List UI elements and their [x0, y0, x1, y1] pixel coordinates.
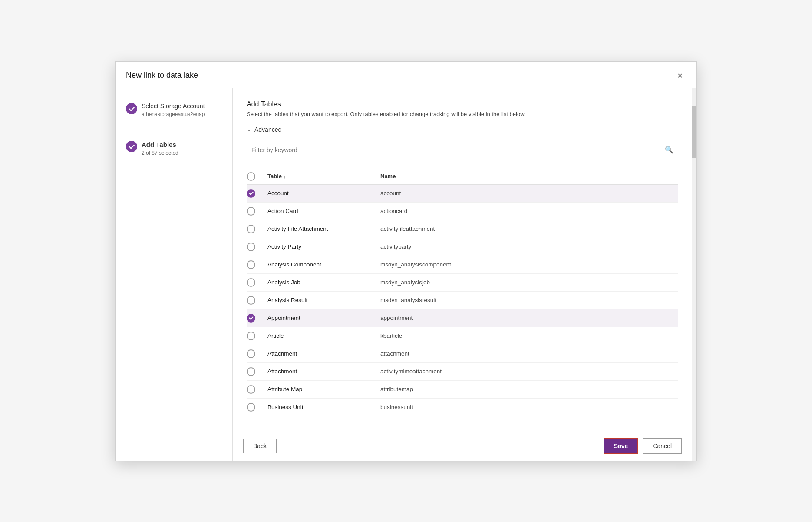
row-radio[interactable]	[247, 314, 255, 323]
row-radio[interactable]	[247, 207, 255, 216]
row-radio[interactable]	[247, 225, 255, 233]
table-header: Table ↑ Name	[247, 169, 678, 185]
dialog-title: New link to data lake	[126, 71, 198, 80]
table-row[interactable]: Action Card actioncard	[247, 203, 678, 220]
row-name: attributemap	[380, 386, 678, 392]
close-button[interactable]: ×	[674, 70, 686, 82]
advanced-label: Advanced	[254, 126, 281, 133]
row-table: Attachment	[267, 368, 380, 375]
tables-table: Table ↑ Name Account account Action Card…	[247, 169, 678, 416]
row-radio[interactable]	[247, 367, 255, 376]
row-table: Article	[267, 332, 380, 339]
dialog-scrollbar[interactable]	[692, 88, 696, 461]
filter-row: 🔍	[247, 142, 678, 158]
step2-sub: 2 of 87 selected	[142, 150, 222, 156]
col-checkbox[interactable]	[247, 172, 267, 181]
row-name: appointment	[380, 315, 678, 321]
row-name: activityparty	[380, 243, 678, 250]
table-row[interactable]: Article kbarticle	[247, 327, 678, 345]
row-table: Action Card	[267, 208, 380, 214]
row-radio[interactable]	[247, 189, 255, 198]
dialog-footer: Back Save Cancel	[233, 431, 692, 461]
stepper-sidebar: Select Storage Account athenastorageeast…	[116, 88, 233, 461]
row-radio[interactable]	[247, 403, 255, 412]
row-checkbox[interactable]	[247, 296, 267, 305]
table-rows-container: Account account Action Card actioncard A…	[247, 185, 678, 416]
new-link-dialog: New link to data lake × Select Storage A…	[115, 61, 697, 461]
row-radio[interactable]	[247, 278, 255, 287]
back-button[interactable]: Back	[243, 439, 277, 453]
row-name: activityfileattachment	[380, 226, 678, 232]
row-name: msdyn_analysisjob	[380, 279, 678, 286]
row-checkbox[interactable]	[247, 207, 267, 216]
step1-circle	[126, 103, 137, 114]
table-row[interactable]: Analysis Component msdyn_analysiscompone…	[247, 256, 678, 274]
table-row[interactable]: Analysis Result msdyn_analysisresult	[247, 292, 678, 309]
row-table: Attribute Map	[267, 386, 380, 392]
save-button[interactable]: Save	[604, 438, 639, 454]
search-icon: 🔍	[665, 146, 673, 154]
table-row[interactable]: Account account	[247, 185, 678, 203]
scrollbar-thumb[interactable]	[692, 106, 696, 158]
row-table: Activity Party	[267, 243, 380, 250]
row-radio[interactable]	[247, 243, 255, 251]
row-checkbox[interactable]	[247, 385, 267, 394]
dialog-body: Select Storage Account athenastorageeast…	[116, 88, 696, 461]
cancel-button[interactable]: Cancel	[643, 438, 682, 454]
row-checkbox[interactable]	[247, 367, 267, 376]
table-row[interactable]: Attachment activitymimeattachment	[247, 363, 678, 381]
table-row[interactable]: Attribute Map attributemap	[247, 381, 678, 399]
row-checkbox[interactable]	[247, 189, 267, 198]
row-checkbox[interactable]	[247, 243, 267, 251]
row-checkbox[interactable]	[247, 278, 267, 287]
row-radio[interactable]	[247, 385, 255, 394]
sort-icon[interactable]: ↑	[284, 174, 286, 179]
row-radio[interactable]	[247, 349, 255, 358]
table-row[interactable]: Analysis Job msdyn_analysisjob	[247, 274, 678, 292]
row-checkbox[interactable]	[247, 260, 267, 269]
dialog-header: New link to data lake ×	[116, 62, 696, 88]
step1-sub: athenastorageeastus2euap	[142, 111, 222, 117]
row-name: businessunit	[380, 404, 678, 410]
content-scroll: Add Tables Select the tables that you wa…	[233, 88, 692, 431]
table-row[interactable]: Business Unit businessunit	[247, 399, 678, 416]
step2-label: Add Tables	[142, 140, 222, 149]
main-content: Add Tables Select the tables that you wa…	[233, 88, 692, 461]
row-radio[interactable]	[247, 332, 255, 340]
chevron-down-icon: ⌄	[247, 126, 251, 133]
row-name: msdyn_analysiscomponent	[380, 261, 678, 268]
col-name-header: Name	[380, 172, 678, 181]
row-table: Analysis Result	[267, 297, 380, 303]
row-name: kbarticle	[380, 332, 678, 339]
row-table: Business Unit	[267, 404, 380, 410]
step-add-tables: Add Tables 2 of 87 selected	[126, 140, 222, 156]
section-title: Add Tables	[247, 100, 678, 108]
table-row[interactable]: Appointment appointment	[247, 309, 678, 327]
table-row[interactable]: Activity File Attachment activityfileatt…	[247, 220, 678, 238]
row-table: Activity File Attachment	[267, 226, 380, 232]
row-radio[interactable]	[247, 260, 255, 269]
advanced-toggle[interactable]: ⌄ Advanced	[247, 126, 678, 133]
row-checkbox[interactable]	[247, 225, 267, 233]
row-radio[interactable]	[247, 296, 255, 305]
filter-input[interactable]	[251, 146, 665, 153]
col-table-header: Table ↑	[267, 172, 380, 181]
section-desc: Select the tables that you want to expor…	[247, 111, 678, 117]
row-checkbox[interactable]	[247, 349, 267, 358]
row-table: Appointment	[267, 315, 380, 321]
row-name: attachment	[380, 350, 678, 357]
row-name: actioncard	[380, 208, 678, 214]
row-checkbox[interactable]	[247, 403, 267, 412]
footer-right: Save Cancel	[604, 438, 682, 454]
row-checkbox[interactable]	[247, 314, 267, 323]
row-table: Account	[267, 190, 380, 196]
row-name: account	[380, 190, 678, 196]
step-connector	[132, 114, 132, 135]
row-name: msdyn_analysisresult	[380, 297, 678, 303]
step-select-storage: Select Storage Account athenastorageeast…	[126, 102, 222, 118]
row-checkbox[interactable]	[247, 332, 267, 340]
row-table: Attachment	[267, 350, 380, 357]
table-row[interactable]: Activity Party activityparty	[247, 238, 678, 256]
select-all-radio[interactable]	[247, 172, 255, 181]
table-row[interactable]: Attachment attachment	[247, 345, 678, 363]
